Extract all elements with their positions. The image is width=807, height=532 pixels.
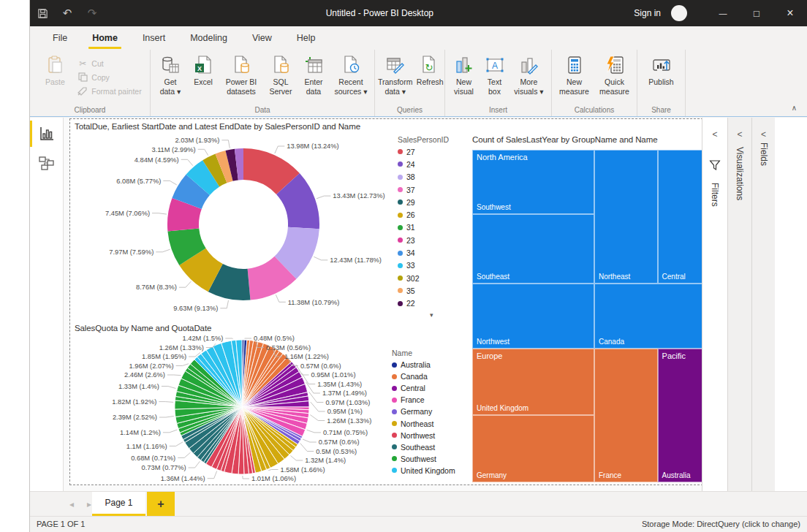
treemap-cell-southwest[interactable]: North AmericaSouthwest [472,150,594,214]
sign-in-button[interactable]: Sign in [634,8,661,18]
maximize-button[interactable]: □ [740,0,773,26]
model-view-button[interactable] [38,154,56,172]
legend-item[interactable]: Northwest [392,430,455,441]
legend-item[interactable]: 29 [398,196,449,208]
legend-item[interactable]: Southeast [392,441,455,453]
enter-data-button[interactable]: Enterdata [298,53,330,96]
pie-chart[interactable]: 1.42M (1.5%)1.26M (1.33%)1.85M (1.95%)1.… [70,332,406,484]
label-leader-line [314,256,327,260]
data-label: 0.97M (1.03%) [325,399,370,406]
get-data-button[interactable]: Getdata ▾ [153,53,188,96]
legend-item[interactable]: 23 [398,234,449,246]
treemap-cell-united-kingdom[interactable]: EuropeUnited Kingdom [472,349,594,415]
account-avatar[interactable] [671,5,687,21]
report-view-button[interactable] [38,125,56,142]
save-button[interactable] [30,0,55,26]
report-page[interactable]: TotalDue, Earliest StartDate and Latest … [70,119,724,484]
data-label: 11.38M (10.79%) [288,299,340,306]
treemap-cell-southeast[interactable]: Southeast [472,214,594,284]
close-button[interactable]: × [773,0,807,26]
recent-sources-button[interactable]: Recentsources ▾ [330,53,372,96]
legend-item[interactable]: Central [392,382,455,394]
legend-item[interactable]: 35 [398,284,449,297]
label-leader-line [300,444,314,452]
new-visual-button[interactable]: Newvisual [447,53,481,96]
fields-panel-collapsed[interactable]: < Fields [751,118,775,491]
sql-server-button[interactable]: SQLServer [264,53,298,96]
tab-home[interactable]: Home [80,26,130,50]
legend-item[interactable]: 27 [398,145,449,158]
legend-scroll-icon[interactable]: ▾ [430,311,449,319]
data-label: 1.82M (1.92%) [112,398,156,406]
document-database-icon [270,55,291,75]
treemap-cell-northeast[interactable]: Northeast [594,150,658,284]
page-tab[interactable]: Page 1 [92,492,145,516]
filter-funnel-icon [710,160,721,170]
refresh-button[interactable]: ↻ Refresh [415,53,444,87]
treemap-cell-france[interactable]: France [594,349,658,482]
legend-item[interactable]: Australia [392,359,455,370]
publish-button[interactable]: Publish [643,53,681,87]
filters-panel-collapsed[interactable]: < Filters [702,118,727,491]
data-label: 6.08M (5.77%) [116,178,161,185]
quick-measure-button[interactable]: Quickmeasure [594,53,634,96]
more-visuals-button[interactable]: Morevisuals ▾ [509,53,550,96]
tab-help[interactable]: Help [284,26,328,50]
text-box-button[interactable]: A Textbox [481,53,509,96]
maximize-icon: □ [754,8,759,19]
legend-item[interactable]: Germany [392,406,455,417]
panel-collapse-icon[interactable]: < [737,129,742,140]
legend-item[interactable]: 31 [398,221,449,234]
data-label: 8.76M (8.3%) [136,284,177,291]
legend-item[interactable]: United Kingdom [392,465,455,476]
legend-item[interactable]: 302 [398,272,449,284]
collapse-ribbon-button[interactable]: ∧ [792,104,797,112]
redo-icon: ↷ [88,7,97,20]
legend-item[interactable]: 34 [398,246,449,259]
label-leader-line [268,470,278,471]
legend-item[interactable]: Canada [392,370,455,382]
legend-item[interactable]: France [392,394,455,406]
data-label: 2.39M (2.52%) [113,414,157,421]
undo-button[interactable]: ↶ [55,0,80,26]
treemap-cell-germany[interactable]: Germany [472,415,594,482]
minimize-button[interactable]: — [706,0,740,26]
treemap-chart[interactable]: North AmericaSouthwestSoutheastNorthwest… [472,150,724,482]
label-leader-line [291,456,303,461]
data-label: 0.68M (0.71%) [131,455,175,462]
treemap-cell-northwest[interactable]: Northwest [472,284,594,349]
tab-file[interactable]: File [40,26,80,50]
label-leader-line [159,417,174,418]
visualizations-panel-collapsed[interactable]: < Visualizations [727,118,751,491]
transform-data-button[interactable]: Transformdata ▾ [375,53,415,96]
legend-item[interactable]: 38 [398,171,449,183]
table-pencil-icon [385,55,406,75]
paste-button[interactable]: Paste [38,53,72,87]
label-leader-line [317,196,330,199]
tab-modeling[interactable]: Modeling [178,26,240,50]
donut-chart[interactable]: 2.03M (1.93%)3.11M (2.99%)4.84M (4.59%)6… [70,131,399,325]
copy-button[interactable]: Copy [76,70,141,84]
powerbi-datasets-button[interactable]: Power BIdatasets [219,53,264,96]
format-painter-button[interactable]: Format painter [76,84,141,98]
storage-mode-status[interactable]: Storage Mode: DirectQuery (click to chan… [642,520,800,528]
add-page-button[interactable]: + [147,492,175,516]
tab-insert[interactable]: Insert [130,26,178,50]
database-icon [160,55,181,75]
legend-item[interactable]: 24 [398,158,449,170]
legend-item[interactable]: 33 [398,259,449,272]
save-icon [37,8,48,19]
legend-item[interactable]: Southwest [392,453,455,465]
legend-item[interactable]: 22 [398,297,449,310]
excel-button[interactable]: X Excel [188,53,219,87]
redo-button[interactable]: ↷ [80,0,105,26]
panel-collapse-icon[interactable]: < [761,129,766,140]
cut-button[interactable]: ✂Cut [76,56,141,70]
legend-item[interactable]: Northeast [392,417,455,429]
tab-view[interactable]: View [240,26,284,50]
legend-item[interactable]: 37 [398,183,449,196]
new-measure-button[interactable]: Newmeasure [554,53,594,96]
legend-item[interactable]: 26 [398,208,449,221]
panel-collapse-icon[interactable]: < [712,129,717,140]
previous-page-button[interactable]: ◂ [63,499,80,509]
